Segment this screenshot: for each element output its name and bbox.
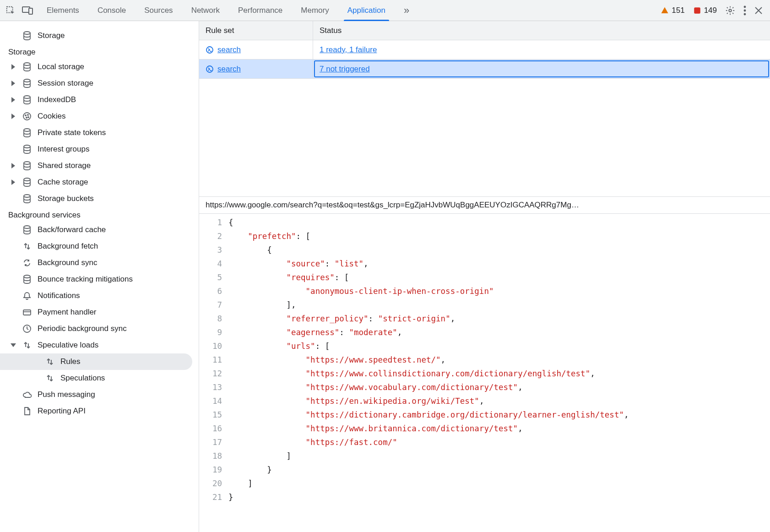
sidebar-item-indexeddb[interactable]: IndexedDB — [0, 92, 192, 108]
sidebar-item-label: Periodic background sync — [38, 324, 190, 333]
db-icon — [22, 78, 32, 88]
svg-point-7 — [744, 13, 746, 15]
tab-elements[interactable]: Elements — [38, 0, 88, 21]
warnings-count: 151 — [672, 6, 684, 15]
errors-counter[interactable]: 149 — [693, 6, 717, 15]
sidebar-item-payment-handler[interactable]: Payment handler — [0, 304, 192, 320]
tab-sources[interactable]: Sources — [135, 0, 182, 21]
rules-pane: Rule set Status search1 ready, 1 failure… — [199, 21, 770, 532]
ruleset-name-link[interactable]: search — [217, 45, 241, 54]
tab-application[interactable]: Application — [338, 0, 395, 21]
ruleset-row[interactable]: search1 ready, 1 failure — [199, 40, 770, 60]
sidebar-item-label: Local storage — [38, 62, 190, 71]
sidebar-item-label: Speculative loads — [38, 341, 190, 350]
tab-performance[interactable]: Performance — [229, 0, 292, 21]
svg-rect-24 — [23, 310, 31, 315]
tab-network[interactable]: Network — [182, 0, 229, 21]
sidebar-item-background-fetch[interactable]: Background fetch — [0, 238, 192, 255]
sidebar-item-reporting-api[interactable]: Reporting API — [0, 403, 192, 419]
sidebar-item-push-messaging[interactable]: Push messaging — [0, 386, 192, 403]
inspect-element-icon[interactable] — [5, 5, 16, 16]
tab-memory[interactable]: Memory — [292, 0, 338, 21]
sidebar-item-label: Background sync — [38, 258, 190, 267]
sidebar-item-label: Reporting API — [38, 407, 190, 416]
application-sidebar: Storage StorageLocal storageSession stor… — [0, 21, 199, 532]
svg-point-16 — [28, 117, 29, 118]
svg-point-11 — [24, 96, 30, 98]
code-line: 17 "https://fast.com/" — [199, 435, 770, 449]
kebab-menu-icon[interactable] — [743, 5, 746, 16]
sidebar-item-session-storage[interactable]: Session storage — [0, 75, 192, 92]
sidebar-item-storage-top[interactable]: Storage — [0, 27, 192, 44]
sidebar-item-storage-buckets[interactable]: Storage buckets — [0, 190, 192, 207]
code-line: 8 "referrer_policy": "strict-origin", — [199, 312, 770, 326]
code-line: 7 ], — [199, 298, 770, 312]
sidebar-item-rules[interactable]: Rules — [0, 353, 192, 370]
code-line: 19 } — [199, 463, 770, 477]
db-icon — [22, 95, 32, 105]
close-devtools-icon[interactable] — [754, 6, 763, 15]
db-icon — [22, 31, 32, 41]
code-line: 3 { — [199, 243, 770, 257]
code-line: 5 "requires": [ — [199, 271, 770, 284]
db-icon — [22, 128, 32, 138]
db-icon — [22, 144, 32, 154]
sidebar-item-local-storage[interactable]: Local storage — [0, 59, 192, 75]
code-line: 10 "urls": [ — [199, 339, 770, 353]
code-line: 15 "https://dictionary.cambridge.org/dic… — [199, 408, 770, 422]
sidebar-item-periodic-background-sync[interactable]: Periodic background sync — [0, 320, 192, 337]
sidebar-item-speculative-loads[interactable]: Speculative loads — [0, 337, 192, 353]
code-line: 4 "source": "list", — [199, 257, 770, 271]
sidebar-item-private-state-tokens[interactable]: Private state tokens — [0, 125, 192, 141]
svg-point-5 — [744, 5, 746, 8]
sidebar-item-label: Rules — [60, 357, 190, 366]
code-line: 9 "eagerness": "moderate", — [199, 326, 770, 339]
svg-point-13 — [25, 115, 26, 116]
warnings-counter[interactable]: 151 — [661, 6, 684, 15]
sidebar-item-background-sync[interactable]: Background sync — [0, 255, 192, 271]
updown-icon — [45, 357, 55, 367]
ruleset-source-url[interactable]: https://www.google.com/search?q=test&oq=… — [199, 197, 770, 214]
svg-point-4 — [729, 9, 732, 12]
sidebar-item-label: Storage buckets — [38, 194, 190, 203]
sidebar-item-speculations[interactable]: Speculations — [0, 370, 192, 386]
code-line: 6 "anonymous-client-ip-when-cross-origin… — [199, 284, 770, 298]
updown-icon — [22, 241, 32, 251]
sidebar-item-label: Push messaging — [38, 390, 190, 399]
ruleset-status-link[interactable]: 7 not triggered — [320, 65, 370, 74]
ruleset-status-link[interactable]: 1 ready, 1 failure — [320, 45, 377, 54]
sidebar-item-interest-groups[interactable]: Interest groups — [0, 141, 192, 157]
ruleset-name-link[interactable]: search — [217, 65, 241, 74]
sidebar-item-label: IndexedDB — [38, 95, 190, 104]
sidebar-item-label: Storage — [38, 31, 190, 40]
svg-point-21 — [24, 195, 30, 197]
sidebar-group-label: Background services — [0, 207, 199, 222]
svg-point-22 — [24, 226, 30, 228]
sidebar-item-shared-storage[interactable]: Shared storage — [0, 157, 192, 174]
sidebar-item-back-forward-cache[interactable]: Back/forward cache — [0, 222, 192, 238]
svg-point-9 — [24, 63, 30, 65]
db-icon — [22, 194, 32, 204]
db-icon — [22, 225, 32, 235]
sidebar-item-notifications[interactable]: Notifications — [0, 288, 192, 304]
sidebar-item-cookies[interactable]: Cookies — [0, 108, 192, 125]
sidebar-item-cache-storage[interactable]: Cache storage — [0, 174, 192, 190]
ruleset-json-source[interactable]: 1{2 "prefetch": [3 {4 "source": "list",5… — [199, 214, 770, 532]
sidebar-item-label: Back/forward cache — [38, 225, 190, 234]
clock-icon — [22, 324, 32, 334]
svg-point-12 — [23, 113, 31, 120]
sidebar-item-label: Notifications — [38, 291, 190, 300]
device-toolbar-icon[interactable] — [22, 5, 33, 16]
db-icon — [22, 177, 32, 187]
updown-icon — [22, 340, 32, 350]
tabs-overflow-button[interactable]: » — [395, 0, 418, 21]
svg-point-8 — [24, 32, 30, 34]
ruleset-row[interactable]: search7 not triggered — [199, 60, 770, 79]
settings-icon[interactable] — [725, 5, 735, 16]
sidebar-item-label: Session storage — [38, 79, 190, 88]
tab-console[interactable]: Console — [88, 0, 135, 21]
sidebar-item-bounce-tracking-mitigations[interactable]: Bounce tracking mitigations — [0, 271, 192, 288]
code-line: 16 "https://www.britannica.com/dictionar… — [199, 422, 770, 435]
sidebar-item-label: Cache storage — [38, 178, 190, 187]
sidebar-item-label: Bounce tracking mitigations — [38, 275, 190, 284]
